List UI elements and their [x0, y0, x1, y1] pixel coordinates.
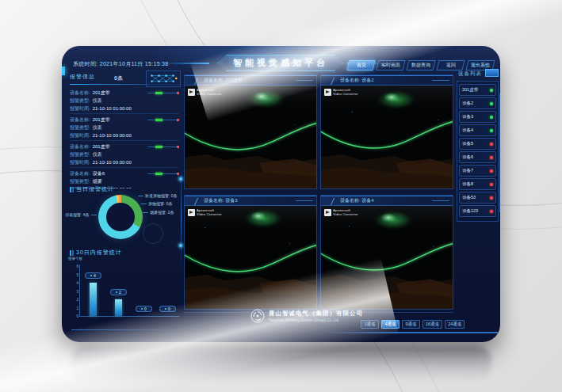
status-dot — [490, 89, 493, 92]
status-dot — [490, 196, 493, 200]
watermark-line2: Video Converter — [333, 93, 358, 97]
video-title: 设备名称: 201皮带 — [204, 77, 243, 84]
nav-button-home[interactable]: 首页 — [346, 60, 375, 70]
device-label: 设备名称: — [70, 143, 90, 150]
time-value: 21-10-10 00:00:00 — [93, 158, 132, 166]
company-name-cn: 唐山智诚电气（集团）有限公司 — [269, 310, 363, 318]
device-row[interactable]: 设备2 — [459, 97, 496, 109]
status-dot — [490, 169, 493, 173]
watermark: Apowersoft Video Converter — [188, 209, 222, 216]
device-row[interactable]: 设备5 — [459, 138, 496, 150]
y-tick: 6 — [69, 265, 78, 268]
slash-decoration — [331, 78, 338, 85]
alarm-item[interactable]: 设备名称:201皮带 报警类型:仪表 报警时间:21-10-10 00:00:0… — [70, 141, 179, 168]
scrollbar[interactable] — [499, 93, 500, 212]
channel-button-4[interactable]: 4通道 — [381, 320, 400, 329]
bar — [115, 299, 122, 316]
device-name: 设备4 — [462, 127, 473, 133]
company-name-en: Tangshan Zhicheng Electric (Group) Co.,L… — [269, 318, 363, 322]
type-label: 报警类型: — [70, 177, 90, 185]
nav-button-back[interactable]: 返回 — [436, 60, 465, 70]
glow-dot — [179, 177, 182, 181]
device-row[interactable]: 设备7 — [459, 165, 496, 177]
type-value: 仪表 — [93, 124, 102, 131]
device-label: 设备名称: — [70, 89, 90, 97]
footer-line — [71, 329, 181, 330]
device-name: 设备7 — [462, 168, 473, 173]
video-cell-1[interactable]: 设备名称: 201皮带 Apo — [184, 74, 317, 189]
device-label: 设备名称: — [70, 116, 90, 124]
device-row[interactable]: 设备53 — [459, 192, 496, 204]
title-bar-decoration — [70, 250, 71, 256]
device-row[interactable]: 设备4 — [459, 124, 496, 136]
apowersoft-logo-icon — [324, 89, 331, 96]
alarm-item[interactable]: 设备名称:201皮带 报警类型:仪表 报警时间:21-10-10 01:00:0… — [70, 87, 179, 114]
device-value: 201皮带 — [93, 89, 110, 97]
status-dot — [490, 210, 493, 213]
nav-button-data-query[interactable]: 数据查询 — [406, 60, 435, 70]
slash-decoration — [194, 78, 201, 85]
channel-button-16[interactable]: 16通道 — [422, 320, 442, 329]
platform-title: 智能视觉感知平台 — [233, 57, 328, 69]
glow-dot — [179, 244, 182, 247]
device-value: 201皮带 — [93, 143, 110, 150]
device-label: 设备名称: — [70, 169, 90, 177]
company-brand: 唐山智诚电气（集团）有限公司 Tangshan Zhicheng Electri… — [250, 309, 363, 323]
alarm-timeline-slider[interactable] — [147, 119, 179, 121]
system-time: 系统时间: 2021年10月11日 15:15:38 — [73, 60, 169, 68]
apowersoft-logo-icon — [324, 209, 331, 216]
video-scene — [185, 206, 316, 309]
video-frame[interactable]: Apowersoft Video Converter — [185, 206, 316, 309]
watermark: Apowersoft Video Converter — [324, 209, 358, 216]
alarm-item[interactable]: 设备名称:201皮带 报警类型:仪表 报警时间:21-10-10 00:00:0… — [70, 114, 179, 141]
alarm-timeline-slider[interactable] — [147, 173, 179, 175]
bar-value-badge: 2 — [110, 289, 127, 295]
donut-callout: 轨道异物报警: 0条 — [138, 193, 178, 198]
device-row[interactable]: 201皮带 — [459, 84, 496, 96]
device-row[interactable]: 设备6 — [459, 151, 496, 163]
platform-title-frame: 智能视觉感知平台 — [217, 55, 344, 71]
device-row[interactable]: 设备8 — [459, 178, 496, 190]
watermark: Apowersoft Video Converter — [188, 89, 222, 96]
channel-button-1[interactable]: 1通道 — [361, 320, 379, 329]
video-frame[interactable]: Apowersoft Video Converter — [321, 206, 453, 309]
y-tick: 4 — [69, 281, 78, 285]
alarm-list: 设备名称:201皮带 报警类型:仪表 报警时间:21-10-10 01:00:0… — [70, 87, 179, 188]
status-dot — [490, 102, 493, 105]
device-name: 201皮带 — [462, 87, 478, 93]
network-topology-icon — [146, 70, 181, 87]
time-label: 报警时间: — [70, 158, 90, 166]
alarm-timeline-slider[interactable] — [147, 146, 179, 148]
channel-button-24[interactable]: 24通道 — [445, 320, 465, 329]
dashboard-panel: 系统时间: 2021年10月11日 15:15:38 智能视觉感知平台 首页 实… — [62, 46, 500, 342]
video-cell-4[interactable]: 设备名称: 设备4 Apowe — [320, 195, 453, 310]
video-frame[interactable]: Apowersoft Video Converter — [185, 86, 316, 188]
channel-button-9[interactable]: 9通道 — [402, 320, 420, 329]
video-cell-2[interactable]: 设备名称: 设备2 Apowe — [320, 74, 453, 189]
video-frame[interactable]: Apowersoft Video Converter — [321, 86, 453, 188]
device-list-tab-button[interactable] — [485, 69, 499, 77]
donut-callout: 异物报警: 0条 — [141, 201, 173, 206]
y-tick: 0 — [69, 314, 78, 318]
video-cell-3[interactable]: 设备名称: 设备3 Apowe — [184, 195, 317, 310]
watermark-line2: Video Converter — [333, 213, 358, 217]
video-title-bar: 设备名称: 设备2 — [321, 75, 453, 86]
alarm-timeline-slider[interactable] — [147, 92, 179, 94]
device-value: 201皮带 — [93, 116, 110, 124]
device-row[interactable]: 设备3 — [459, 111, 496, 123]
nav-button-live-view[interactable]: 实时画面 — [376, 60, 405, 70]
video-scene — [321, 206, 453, 309]
bar-value-badge: 4 — [85, 272, 101, 279]
panel-reflection — [71, 345, 491, 382]
video-title-bar: 设备名称: 201皮带 — [185, 75, 316, 86]
device-row[interactable]: 设备123 — [459, 205, 496, 217]
time-value: 21-10-10 01:00:00 — [93, 105, 132, 112]
apowersoft-logo-icon — [188, 89, 195, 96]
donut-chart — [98, 195, 143, 239]
status-dot — [490, 183, 493, 186]
time-label: 报警时间: — [70, 131, 90, 139]
corner-accent — [62, 67, 65, 75]
alarm-section-title: 报警信息 — [70, 73, 95, 81]
status-dot — [490, 156, 493, 159]
type-label: 报警类型: — [70, 124, 90, 131]
